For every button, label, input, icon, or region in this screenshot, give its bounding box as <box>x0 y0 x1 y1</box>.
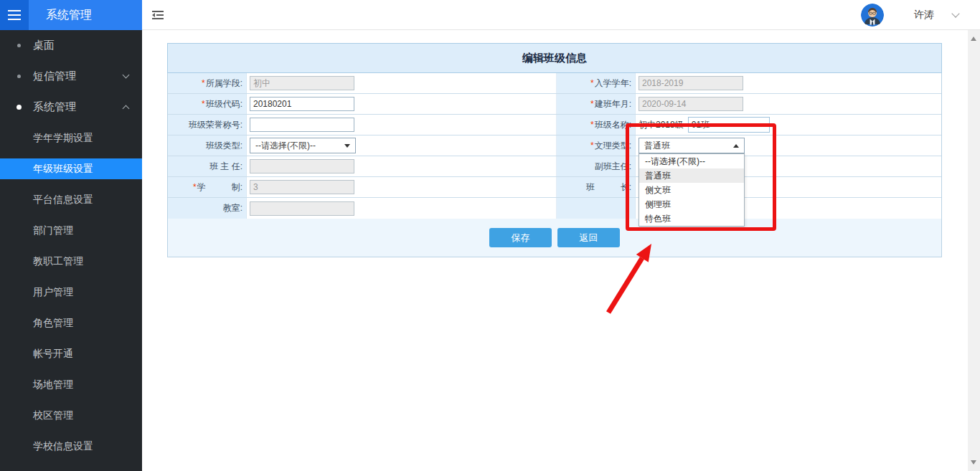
field-label-cell: *建班年月: <box>557 94 636 114</box>
sidebar-item-staff-management[interactable]: 教职工管理 <box>0 246 142 277</box>
table-row: *所属学段: *入学学年: <box>168 73 941 94</box>
save-button[interactable]: 保存 <box>489 228 552 247</box>
dropdown-option[interactable]: 特色班 <box>639 211 744 226</box>
field-label-cell: *所属学段: <box>168 73 247 93</box>
table-row: 班 主 任: 副班主任: <box>168 156 941 177</box>
field-label: 班 长: <box>586 181 631 194</box>
field-label: 建班年月: <box>595 98 631 110</box>
field-label-cell: 班级类型: <box>168 135 247 156</box>
field-label: 班级代码: <box>206 98 242 110</box>
sidebar-item-account-activation[interactable]: 帐号开通 <box>0 338 142 369</box>
required-star: * <box>590 120 594 130</box>
field-label: 所属学段: <box>206 77 242 90</box>
field-label: 副班主任: <box>595 161 631 173</box>
sidebar-item-academic-year-settings[interactable]: 学年学期设置 <box>0 123 142 153</box>
scrollbar[interactable] <box>968 30 980 471</box>
scroll-up-arrow-icon[interactable] <box>971 37 976 41</box>
classroom-input <box>250 201 354 216</box>
sidebar-item-label: 角色管理 <box>33 317 73 330</box>
field-label: 入学学年: <box>595 77 631 90</box>
dropdown-option[interactable]: 侧理班 <box>639 197 744 211</box>
dropdown-option[interactable]: 侧文班 <box>639 183 744 197</box>
sidebar-item-label: 用户管理 <box>33 286 73 299</box>
sidebar-item-label: 短信管理 <box>33 70 76 83</box>
class-type-select[interactable]: --请选择(不限)-- <box>250 138 356 153</box>
required-star: * <box>202 78 205 88</box>
sidebar-menu: 桌面 短信管理 系统管理 学年学期设置 年级班级设置 平台信息设置 部门管理 教… <box>0 30 142 462</box>
sidebar-item-sms-management[interactable]: 短信管理 <box>0 61 142 92</box>
page: 系统管理 桌面 短信管理 系统管理 学年学期设置 年级班级设置 平台信息设置 部… <box>0 0 980 471</box>
sidebar-item-campus-management[interactable]: 校区管理 <box>0 400 142 431</box>
field-label: 班级荣誉称号: <box>189 119 242 131</box>
school-system-input <box>250 180 354 194</box>
table-row: 班级类型: --请选择(不限)-- *文理类型: 普通班 <box>168 135 941 156</box>
sidebar-item-desktop[interactable]: 桌面 <box>0 30 142 61</box>
school-stage-input <box>250 76 354 90</box>
create-date-input <box>639 97 743 111</box>
sidebar-item-label: 系统管理 <box>33 100 76 114</box>
form-title: 编辑班级信息 <box>167 43 942 73</box>
sidebar-item-venue-management[interactable]: 场地管理 <box>0 369 142 400</box>
required-star: * <box>590 99 594 109</box>
bullet-icon <box>17 105 22 110</box>
back-button[interactable]: 返回 <box>557 228 620 247</box>
class-name-input[interactable] <box>688 117 770 133</box>
class-code-input[interactable] <box>250 97 354 111</box>
avatar[interactable] <box>861 4 884 27</box>
sidebar-item-label: 帐号开通 <box>33 348 73 361</box>
table-row: *学 制: 班 长: <box>168 177 941 198</box>
hamburger-bar <box>8 19 21 20</box>
field-label-cell: 班 主 任: <box>168 156 247 176</box>
field-label: 班级名称: <box>595 119 631 131</box>
hamburger-icon[interactable] <box>0 0 29 30</box>
field-label-cell: *文理类型: <box>557 135 636 156</box>
sidebar-item-label: 场地管理 <box>33 379 73 391</box>
sidebar-item-label: 教职工管理 <box>33 255 83 268</box>
honor-title-input[interactable] <box>250 118 354 132</box>
edit-class-form: 编辑班级信息 *所属学段: *入学学年: *班级代码: *建班年月: 班级荣誉称… <box>167 43 942 257</box>
selected-value: 普通班 <box>644 140 670 152</box>
bullet-icon <box>17 44 21 47</box>
sidebar-item-department-management[interactable]: 部门管理 <box>0 215 142 246</box>
sidebar-item-platform-info-settings[interactable]: 平台信息设置 <box>0 184 142 215</box>
dropdown-option[interactable]: --请选择(不限)-- <box>639 154 744 168</box>
outdent-icon[interactable] <box>152 11 164 19</box>
table-row: 班级荣誉称号: *班级名称: 初中2018级 <box>168 115 941 135</box>
field-label-cell: 班级荣誉称号: <box>168 115 247 135</box>
field-label-cell: 班 长: <box>557 177 636 197</box>
selected-value: --请选择(不限)-- <box>255 140 316 152</box>
table-row: 教室: <box>168 198 941 219</box>
sidebar-item-label: 年级班级设置 <box>33 163 93 176</box>
field-label-cell: *班级代码: <box>168 94 247 114</box>
form-footer: 保存 返回 <box>168 219 941 257</box>
enroll-year-input <box>639 76 743 90</box>
field-label: 文理类型: <box>595 140 631 152</box>
hamburger-bar <box>8 14 21 16</box>
class-name-prefix: 初中2018级 <box>639 119 684 131</box>
field-label-cell: *入学学年: <box>557 73 636 93</box>
sidebar-item-label: 平台信息设置 <box>33 194 93 206</box>
sidebar-item-system-management[interactable]: 系统管理 <box>0 92 142 123</box>
chevron-down-icon[interactable] <box>951 9 959 17</box>
field-label-cell: *班级名称: <box>557 115 636 135</box>
topbar: 许涛 <box>142 0 980 30</box>
required-star: * <box>193 182 197 192</box>
caret-up-icon <box>733 144 739 148</box>
field-label: 教室: <box>223 202 242 214</box>
sidebar: 系统管理 桌面 短信管理 系统管理 学年学期设置 年级班级设置 平台信息设置 部… <box>0 0 142 471</box>
dropdown-option-highlighted[interactable]: 普通班 <box>639 168 744 183</box>
caret-down-icon <box>344 144 350 148</box>
sidebar-item-role-management[interactable]: 角色管理 <box>0 308 142 338</box>
sidebar-item-label: 学校信息设置 <box>33 440 93 453</box>
user-name[interactable]: 许涛 <box>914 9 934 22</box>
sidebar-item-school-info-settings[interactable]: 学校信息设置 <box>0 431 142 462</box>
field-label: 学 制: <box>197 181 242 194</box>
field-label-cell: 教室: <box>168 198 247 219</box>
sidebar-item-grade-class-settings[interactable]: 年级班级设置 <box>0 153 142 184</box>
sidebar-item-user-management[interactable]: 用户管理 <box>0 277 142 308</box>
arts-science-select[interactable]: 普通班 <box>639 138 745 153</box>
scroll-down-arrow-icon[interactable] <box>971 460 976 465</box>
required-star: * <box>590 78 594 88</box>
table-row: *班级代码: *建班年月: <box>168 94 941 115</box>
field-label: 班级类型: <box>206 140 242 152</box>
